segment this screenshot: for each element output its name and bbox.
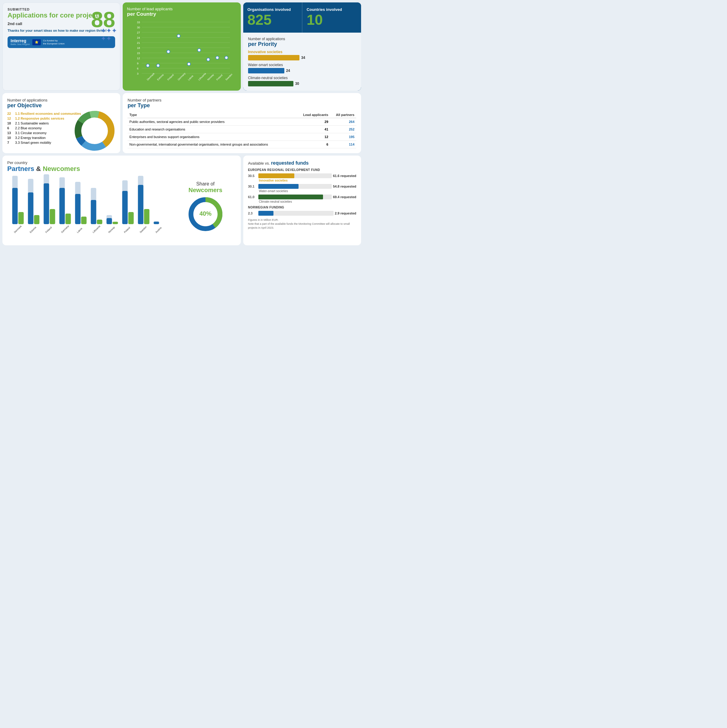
submitted-card: SUBMITTED Applications for core projects… (2, 2, 120, 90)
fund-req-climate: 69.4 requested (333, 195, 356, 199)
svg-text:Poland: Poland (216, 74, 223, 81)
svg-rect-81 (138, 185, 144, 224)
per-country-titles: Partners & Newcomers (7, 165, 236, 173)
svg-rect-53 (28, 193, 34, 224)
priority-bar-water (248, 68, 284, 73)
obj-num-7: 7 (7, 141, 13, 144)
table-row: Public authorities, sectoral agencies an… (127, 118, 356, 125)
fund-name-water: Water-smart societies (259, 190, 356, 193)
countries-stat: Countries involved 10 (303, 2, 361, 33)
priority-value-water: 24 (286, 69, 290, 73)
stats-priority-card: Organisations involved 825 Countries inv… (243, 2, 361, 90)
objectives-donut (72, 108, 117, 153)
stats-top-row: Organisations involved 825 Countries inv… (243, 2, 361, 33)
fund-req-water: 54.8 requested (333, 185, 356, 188)
fund-item-innovative: 30.5 61.6 requested Innovative societies (248, 173, 356, 182)
fund-req-norwegian: 2.9 requested (335, 211, 356, 215)
col-type: Type (127, 112, 296, 118)
svg-text:18: 18 (137, 46, 140, 49)
svg-text:Estonia: Estonia (157, 73, 165, 81)
newcomers-bold: Newcomers (188, 187, 222, 193)
bottom-row: Denmark Estonia Finland Germany (7, 173, 236, 240)
priority-bar-climate (248, 81, 293, 86)
per-country-card: Per country Partners & Newcomers Denmark (2, 156, 241, 245)
svg-text:33: 33 (137, 21, 140, 24)
svg-rect-65 (75, 194, 81, 224)
priority-name-water: Water-smart societies (248, 63, 356, 67)
svg-point-24 (167, 50, 170, 53)
svg-text:21: 21 (137, 41, 140, 44)
fund-item-water: 30.1 54.8 requested Water-smart societie… (248, 184, 356, 193)
svg-rect-61 (60, 188, 65, 224)
svg-point-47 (82, 118, 107, 144)
svg-text:Latvia: Latvia (188, 75, 194, 81)
svg-text:Estonia: Estonia (29, 226, 37, 234)
objectives-header: Number of applications (7, 98, 115, 102)
lead-applicants-title-bold: per Country (127, 11, 236, 17)
svg-text:30: 30 (137, 26, 140, 29)
svg-text:15: 15 (137, 52, 140, 55)
svg-text:Germany: Germany (61, 225, 70, 234)
obj-num-3: 18 (7, 121, 13, 125)
svg-point-28 (207, 58, 210, 61)
col-all: All partners (330, 112, 356, 118)
svg-point-29 (216, 56, 219, 59)
svg-text:24: 24 (137, 36, 140, 39)
fund-item-climate: 61.0 69.4 requested Climate-neutral soci… (248, 194, 356, 203)
row4-type: Non-governmental, international governme… (127, 141, 296, 148)
svg-text:Norway: Norway (108, 226, 116, 234)
objectives-header-bold: per Objective (7, 102, 115, 109)
svg-point-27 (197, 49, 200, 52)
table-row: Enterprises and business support organis… (127, 133, 356, 141)
table-row: Education and research organisations 41 … (127, 125, 356, 133)
organisations-stat: Organisations involved 825 (243, 2, 303, 33)
erdf-label: EUROPEAN REGIONAL DEVELOPMENT FUND (248, 168, 356, 171)
partners-type-header-bold: per Type (127, 102, 356, 109)
countries-label: Countries involved (307, 7, 357, 12)
svg-text:3: 3 (137, 72, 138, 75)
svg-text:12: 12 (137, 57, 140, 60)
fund-bar-water (258, 184, 299, 189)
fund-bar-bg-water (258, 184, 332, 189)
priority-name-innovative: Innovative societies (248, 50, 356, 54)
obj-num-6: 10 (7, 136, 13, 139)
funds-note: Figures in in Million EUR. Note that a p… (248, 218, 356, 229)
svg-text:Austria: Austria (155, 226, 162, 234)
obj-label-1: 1.1 Resilient economies and communities (15, 112, 81, 115)
svg-rect-66 (81, 217, 87, 224)
submitted-footer: Interreg Baltic Sea Region ⭐ Co-funded b… (8, 36, 115, 48)
svg-text:Poland: Poland (124, 226, 131, 234)
newcomers-title: Share of Newcomers (188, 181, 222, 194)
obj-num-5: 13 (7, 131, 13, 135)
svg-rect-77 (122, 191, 128, 224)
obj-num-4: 6 (7, 126, 13, 130)
fund-bar-innovative (258, 173, 294, 178)
objectives-card: Number of applications per Objective 22 … (2, 93, 120, 153)
fund-name-innovative: Innovative societies (259, 179, 356, 182)
fund-req-innovative: 61.6 requested (333, 174, 356, 177)
fund-item-norwegian: 2.3 2.9 requested (248, 211, 356, 216)
svg-text:Finland: Finland (167, 73, 174, 81)
priority-header: Number of applications (248, 37, 356, 41)
bar-chart-container: Denmark Estonia Finland Germany (7, 173, 172, 240)
svg-text:Finland: Finland (45, 226, 53, 234)
obj-label-6: 3.2 Energy transition (15, 136, 46, 139)
svg-text:Latvia: Latvia (77, 227, 83, 234)
fund-avail-norwegian: 2.3 (248, 211, 257, 215)
obj-label-7: 3.3 Smart green mobility (15, 141, 51, 144)
svg-text:27: 27 (137, 31, 140, 34)
row3-type: Enterprises and business support organis… (127, 133, 296, 141)
fund-avail-climate: 61.0 (248, 195, 257, 199)
row3-all: 195 (330, 133, 356, 141)
dot-chart: 33 30 27 24 21 18 15 12 9 6 3 (127, 20, 236, 86)
svg-text:Norway: Norway (207, 73, 215, 81)
table-row: Non-governmental, international governme… (127, 141, 356, 148)
and-text: & (36, 165, 43, 173)
row2-all: 252 (330, 125, 356, 133)
fund-bar-bg-norwegian (258, 211, 334, 216)
row1-type: Public authorities, sectoral agencies an… (127, 118, 296, 125)
priority-header-bold: per Priority (248, 41, 356, 47)
obj-label-5: 3.1 Circular economy (15, 131, 46, 135)
svg-rect-62 (66, 214, 71, 224)
svg-rect-50 (18, 212, 24, 224)
